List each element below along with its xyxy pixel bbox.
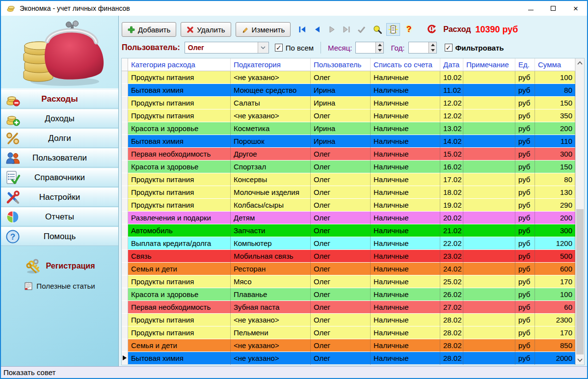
table-row[interactable]: Продукты питания<не указано>ОлегНаличные… (122, 109, 575, 122)
year-spinner[interactable] (408, 42, 437, 54)
column-header[interactable]: Ед. (515, 58, 535, 71)
year-up-button[interactable] (429, 42, 436, 48)
column-header[interactable]: Сумма (535, 58, 575, 71)
row-indicator (122, 173, 128, 186)
delete-button[interactable]: Удалить (181, 22, 231, 37)
table-row[interactable]: Красота и здоровьеПлаваньеОлегНаличные26… (122, 288, 575, 301)
year-label: Год: (391, 44, 404, 52)
table-row[interactable]: Красота и здоровьеСпортзалОлегНаличные16… (122, 161, 575, 173)
cell-note (463, 84, 515, 97)
column-header[interactable]: Примечание (463, 58, 515, 71)
filter-checkbox[interactable]: ✓ (445, 44, 453, 52)
cell-subcategory: <не указано> (231, 339, 311, 352)
main-panel: Добавить Удалить Изменить (119, 16, 587, 366)
column-header[interactable]: Списать со счета (371, 58, 440, 71)
edit-button-label: Изменить (252, 26, 285, 34)
cell-unit: руб (515, 199, 535, 212)
vertical-scrollbar[interactable] (575, 58, 584, 365)
nav-previous-button[interactable] (310, 24, 324, 35)
table-row[interactable]: Продукты питания<не указано>ОлегНаличные… (122, 314, 575, 326)
cell-date: 11.02 (440, 84, 463, 97)
table-row[interactable]: Продукты питания<не указано>ОлегНаличные… (122, 71, 575, 84)
maximize-button[interactable] (542, 1, 564, 16)
table-row[interactable]: Продукты питанияКонсервыОлегНаличные17.0… (122, 173, 575, 186)
table-row[interactable]: Выплата кредита/долгаКомпьютерОлегНаличн… (122, 237, 575, 250)
sidebar-item-label: Долги (1, 129, 118, 147)
month-value[interactable] (356, 42, 375, 53)
scrollbar-thumb[interactable] (576, 209, 584, 354)
scroll-down-button[interactable] (576, 355, 584, 365)
sidebar-item-expenses[interactable]: Расходы (1, 89, 118, 108)
cell-account: Наличные (371, 352, 440, 365)
table-row[interactable]: Продукты питанияСалатыИринаНаличные12.02… (122, 97, 575, 109)
row-indicator (122, 71, 128, 84)
sidebar-item-income[interactable]: Доходы (1, 109, 118, 128)
cell-subcategory: Порошок (231, 135, 311, 148)
table-row[interactable]: Красота и здоровьеКосметикаИринаНаличные… (122, 122, 575, 135)
cell-category: Автомобиль (128, 224, 231, 237)
table-row[interactable]: СвязьМобильная связьОлегНаличные23.02руб… (122, 250, 575, 263)
table-row[interactable]: Первая необходимостьДругоеОлегНаличные15… (122, 148, 575, 161)
sidebar-item-debts[interactable]: Долги (1, 129, 118, 148)
cell-category: Продукты питания (128, 186, 231, 199)
sidebar-item-settings[interactable]: Настройки (1, 188, 118, 207)
table-row[interactable]: Продукты питанияКолбасы/сырыОлегНаличные… (122, 199, 575, 212)
search-button[interactable] (371, 23, 384, 36)
show-tip-link[interactable]: Показать совет (3, 368, 55, 377)
close-button[interactable]: × (564, 1, 587, 16)
cell-user: Олег (311, 352, 371, 365)
table-row[interactable]: Семья и дети<не указано>ОлегНаличные28.0… (122, 339, 575, 352)
scroll-up-button[interactable] (576, 58, 584, 68)
cell-category: Красота и здоровье (128, 122, 231, 135)
table-row[interactable]: Семья и детиРесторанОлегНаличные24.02руб… (122, 263, 575, 275)
help-button[interactable]: ? (402, 23, 416, 36)
column-header[interactable]: Пользователь (311, 58, 371, 71)
articles-link[interactable]: Полезные статьи (1, 281, 118, 291)
cell-note (463, 314, 515, 326)
month-up-button[interactable] (376, 42, 383, 48)
edit-button[interactable]: Изменить (236, 22, 291, 37)
cell-note (463, 109, 515, 122)
registration-link[interactable]: Регистрация (1, 259, 118, 273)
month-spinner[interactable] (355, 42, 384, 54)
all-users-checkbox[interactable]: ✓ (275, 44, 283, 52)
table-row[interactable]: Первая необходимостьЗубная пастаОлегНали… (122, 301, 575, 314)
minimize-button[interactable] (519, 1, 542, 16)
report-button[interactable] (386, 23, 400, 36)
cell-note (463, 135, 515, 148)
cell-date: 16.02 (440, 161, 463, 173)
sidebar-item-reports[interactable]: Отчеты (1, 207, 118, 226)
cell-date: 25.02 (440, 275, 463, 288)
add-button[interactable]: Добавить (122, 22, 176, 37)
sidebar-item-help[interactable]: ?Помощь (1, 227, 118, 246)
month-down-button[interactable] (376, 48, 383, 53)
sidebar-item-references[interactable]: Справочники (1, 168, 118, 187)
table-row[interactable]: Продукты питанияПельмениОлегНаличные28.0… (122, 326, 575, 339)
user-combobox[interactable]: Олег (185, 42, 269, 54)
chevron-down-icon[interactable] (258, 42, 268, 53)
table-row[interactable]: Продукты питанияМясоОлегНаличные25.02руб… (122, 275, 575, 288)
cell-account: Наличные (371, 173, 440, 186)
confirm-check-button[interactable] (354, 24, 369, 35)
column-header[interactable]: Категория расхода (128, 58, 231, 71)
refresh-total-button[interactable] (425, 23, 438, 36)
nav-last-button[interactable] (339, 24, 354, 35)
table-row[interactable]: Бытовая химия<не указано>ОлегНаличные28.… (122, 352, 575, 365)
table-row[interactable]: АвтомобильЗапчастиОлегНаличные21.02руб30… (122, 224, 575, 237)
column-header[interactable]: Дата (440, 58, 463, 71)
cell-note (463, 275, 515, 288)
table-row[interactable]: Бытовая химияПорошокИринаНаличные14.02ру… (122, 135, 575, 148)
notepad-icon (24, 281, 33, 291)
year-down-button[interactable] (429, 48, 436, 53)
column-header[interactable]: Подкатегория (231, 58, 311, 71)
nav-first-button[interactable] (295, 24, 310, 35)
year-value[interactable] (409, 42, 428, 53)
nav-next-button[interactable] (324, 24, 339, 35)
table-row[interactable]: Развлечения и подаркиДетямОлегНаличные20… (122, 212, 575, 224)
cell-user: Олег (311, 148, 371, 161)
table-row[interactable]: Продукты питанияМолочные изделияОлегНали… (122, 186, 575, 199)
sidebar-item-users[interactable]: Пользователи (1, 148, 118, 167)
table-row[interactable]: Бытовая химияМоющее средствоИринаНаличны… (122, 84, 575, 97)
cell-account: Наличные (371, 250, 440, 263)
cell-amount: 300 (535, 224, 575, 237)
